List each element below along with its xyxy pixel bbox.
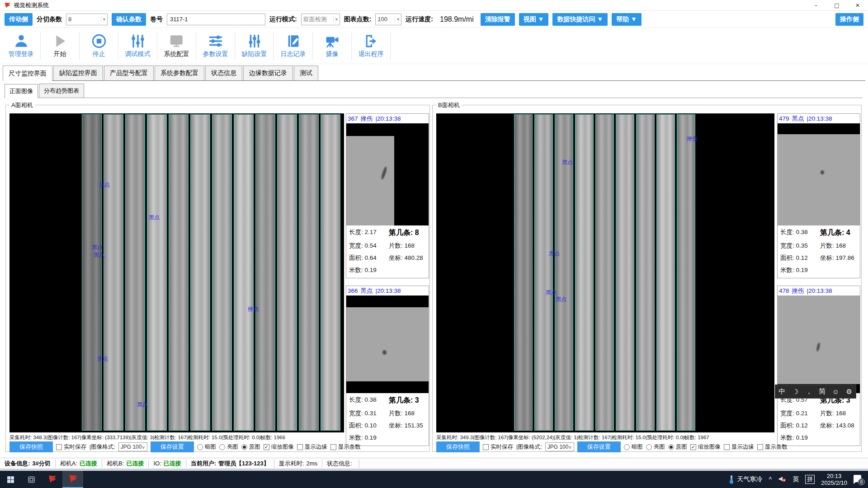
ime-bar-item[interactable]: 中 bbox=[776, 387, 788, 396]
defect-marker-label: 黑点 bbox=[94, 251, 104, 259]
checkbox-icon[interactable] bbox=[757, 444, 763, 450]
defect-snapshot-image[interactable] bbox=[778, 123, 860, 225]
camera-b-live-image[interactable]: 挫伤黑点黑点黑点黑点 bbox=[436, 113, 774, 432]
language-indicator[interactable]: 英 bbox=[793, 475, 799, 483]
subtab-分布趋势图表[interactable]: 分布趋势图表 bbox=[39, 84, 84, 98]
radio-icon[interactable] bbox=[219, 444, 225, 450]
ribbon-item-日志记录[interactable]: 日志记录 bbox=[274, 32, 313, 61]
save-settings-button[interactable]: 保存设置 bbox=[577, 441, 621, 452]
strip-shading bbox=[657, 115, 675, 430]
save-settings-button[interactable]: 保存设置 bbox=[151, 441, 194, 452]
notification-center-button[interactable]: 6 bbox=[854, 475, 863, 484]
ribbon-item-摄像[interactable]: 摄像 bbox=[313, 32, 352, 61]
radio-icon[interactable] bbox=[197, 444, 203, 450]
defect-card[interactable]: 478挫伤|20:13:38长度: 0.57第几条: 3宽度: 0.21片数: … bbox=[777, 286, 860, 446]
chart-points-select[interactable]: 100▾ bbox=[375, 14, 401, 25]
image-mode-radio-原图[interactable]: 原图 bbox=[241, 443, 260, 451]
save-snapshot-button[interactable]: 保存快照 bbox=[436, 441, 480, 452]
checkbox-icon[interactable] bbox=[483, 444, 489, 450]
image-mode-radio-原图[interactable]: 原图 bbox=[668, 443, 687, 451]
display-option-缩放图像[interactable]: ✓缩放图像 bbox=[690, 443, 721, 451]
ribbon-item-缺陷设置[interactable]: 缺陷设置 bbox=[235, 32, 274, 61]
save-snapshot-button[interactable]: 保存快照 bbox=[9, 441, 53, 452]
ribbon-item-管理登录[interactable]: 管理登录 bbox=[2, 32, 41, 61]
taskbar-app-icon-active[interactable] bbox=[62, 471, 83, 488]
display-option-缩放图像[interactable]: ✓缩放图像 bbox=[264, 443, 294, 451]
tab-状态信息[interactable]: 状态信息 bbox=[205, 66, 242, 80]
image-mode-radio-暗图[interactable]: 暗图 bbox=[624, 443, 643, 451]
ime-bar-item[interactable]: ， bbox=[803, 387, 815, 396]
minimize-button[interactable]: – bbox=[806, 0, 826, 11]
checkbox-icon[interactable] bbox=[297, 444, 303, 450]
defect-card[interactable]: 366黑点|20:13:38长度: 0.38第几条: 3宽度: 0.31片数: … bbox=[346, 286, 429, 446]
tray-chevron[interactable]: ^ bbox=[769, 476, 772, 483]
data-quick-access-menu-button[interactable]: 数据快捷访问 ▼ bbox=[552, 13, 608, 26]
image-format-select[interactable]: JPG 100∨ bbox=[545, 442, 574, 451]
realtime-save-option[interactable]: 实时保存 bbox=[483, 443, 513, 451]
clock-tray-item[interactable]: 20:13 2025/2/10 bbox=[821, 473, 847, 486]
operation-side-button[interactable]: 操作侧 bbox=[835, 13, 863, 26]
subtab-正面图像[interactable]: 正面图像 bbox=[5, 84, 38, 98]
weather-tray-item[interactable]: 天气寒冷 bbox=[728, 475, 763, 484]
ribbon-item-调试模式[interactable]: 调试模式 bbox=[118, 32, 157, 61]
image-mode-radio-亮图[interactable]: 亮图 bbox=[646, 443, 665, 451]
tab-边缘数据记录[interactable]: 边缘数据记录 bbox=[243, 66, 293, 80]
radio-icon[interactable] bbox=[646, 444, 652, 450]
taskbar-app-icon[interactable] bbox=[42, 471, 62, 488]
realtime-save-option[interactable]: 实时保存 bbox=[56, 443, 86, 451]
ribbon-item-退出程序[interactable]: 退出程序 bbox=[352, 32, 391, 61]
clock-time: 20:13 bbox=[821, 473, 847, 479]
confirm-count-button[interactable]: 确认条数 bbox=[112, 13, 146, 26]
ribbon-item-开始[interactable]: 开始 bbox=[41, 32, 80, 61]
ime-bar-item[interactable]: ☺ bbox=[830, 388, 841, 395]
tab-系统参数配置[interactable]: 系统参数配置 bbox=[155, 66, 204, 80]
display-option-显示边缘[interactable]: 显示边缘 bbox=[724, 443, 754, 451]
volume-muted-icon[interactable] bbox=[778, 475, 786, 484]
tab-产品型号配置[interactable]: 产品型号配置 bbox=[104, 66, 154, 80]
clear-alarm-button[interactable]: 清除报警 bbox=[481, 13, 515, 26]
ime-pinyin-indicator[interactable]: 拼 bbox=[805, 475, 815, 484]
checkbox-icon[interactable] bbox=[330, 444, 336, 450]
help-menu-button[interactable]: 帮助 ▼ bbox=[612, 13, 642, 26]
checkbox-icon[interactable] bbox=[724, 444, 730, 450]
ime-bar-item[interactable]: 简 bbox=[816, 387, 828, 396]
tab-测试[interactable]: 测试 bbox=[294, 66, 318, 80]
image-mode-radio-亮图[interactable]: 亮图 bbox=[219, 443, 238, 451]
radio-icon[interactable] bbox=[624, 444, 630, 450]
image-mode-radio-暗图[interactable]: 暗图 bbox=[197, 443, 216, 451]
maximize-button[interactable]: □ bbox=[826, 0, 847, 11]
checkbox-icon[interactable] bbox=[56, 444, 62, 450]
defect-card[interactable]: 367挫伤|20:13:38长度: 2.17第几条: 8宽度: 0.54片数: … bbox=[346, 113, 429, 278]
start-button[interactable] bbox=[0, 471, 21, 488]
display-option-显示条数[interactable]: 显示条数 bbox=[757, 443, 788, 451]
camera-a-live-image[interactable]: 黑点黑点黑点黑点挫伤黑点黑点 bbox=[9, 113, 344, 432]
image-format-select[interactable]: JPG 100∨ bbox=[118, 442, 147, 451]
ime-toolbar[interactable]: 中☽，简☺⚙ bbox=[775, 385, 856, 399]
slit-count-select[interactable]: 8▾ bbox=[66, 14, 108, 25]
ime-bar-item[interactable]: ⚙ bbox=[843, 388, 855, 396]
checkbox-icon[interactable]: ✓ bbox=[690, 444, 696, 450]
defect-snapshot-image[interactable] bbox=[346, 123, 429, 225]
display-option-显示边缘[interactable]: 显示边缘 bbox=[297, 443, 327, 451]
ribbon-item-停止[interactable]: 停止 bbox=[80, 32, 118, 61]
transmission-side-button[interactable]: 传动侧 bbox=[5, 13, 33, 26]
view-menu-button[interactable]: 视图 ▼ bbox=[519, 13, 549, 26]
defect-card[interactable]: 479黑点|20:13:38长度: 0.38第几条: 4宽度: 0.35片数: … bbox=[777, 113, 860, 278]
tab-缺陷监控界面[interactable]: 缺陷监控界面 bbox=[53, 66, 103, 80]
display-option-显示条数[interactable]: 显示条数 bbox=[330, 443, 361, 451]
task-view-button[interactable] bbox=[21, 471, 42, 488]
radio-icon[interactable] bbox=[668, 444, 674, 450]
defect-snapshot-image[interactable] bbox=[778, 296, 860, 393]
defect-snapshot-image[interactable] bbox=[346, 296, 429, 393]
ribbon-item-系统配置[interactable]: 系统配置 bbox=[157, 32, 196, 61]
radio-icon[interactable] bbox=[241, 444, 247, 450]
ime-bar-item[interactable]: ☽ bbox=[789, 388, 801, 396]
checkbox-icon[interactable]: ✓ bbox=[264, 444, 269, 450]
material-strip bbox=[190, 114, 210, 431]
tab-尺寸监控界面[interactable]: 尺寸监控界面 bbox=[3, 66, 52, 81]
roll-number-input[interactable]: 3117-1 bbox=[167, 14, 265, 25]
close-button[interactable]: ✕ bbox=[847, 0, 868, 11]
stat-value: 片数: 168 bbox=[389, 409, 426, 418]
run-mode-select[interactable]: 双面检测▾ bbox=[301, 14, 340, 25]
ribbon-item-参数设置[interactable]: 参数设置 bbox=[196, 32, 235, 61]
